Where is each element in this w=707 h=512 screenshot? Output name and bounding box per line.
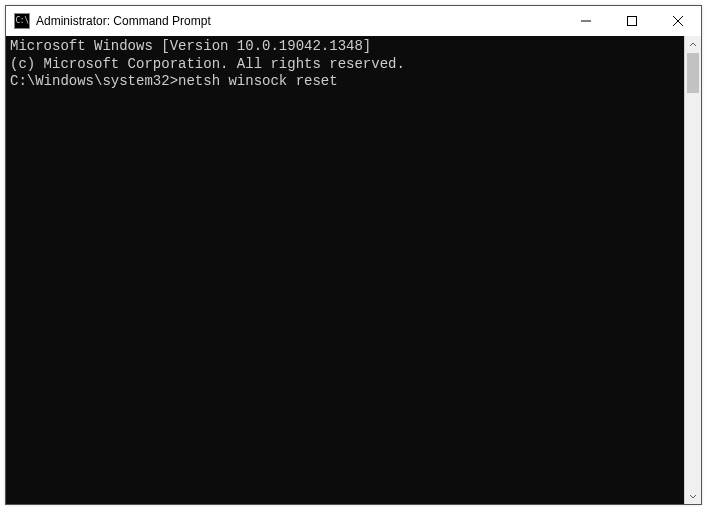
scroll-thumb[interactable] [687, 53, 699, 93]
terminal-prompt: C:\Windows\system32> [10, 73, 178, 89]
terminal-command[interactable]: netsh winsock reset [178, 73, 338, 89]
terminal-line: Microsoft Windows [Version 10.0.19042.13… [10, 38, 684, 56]
command-prompt-window: C:\ Administrator: Command Prompt Micros… [5, 5, 702, 505]
titlebar[interactable]: C:\ Administrator: Command Prompt [6, 6, 701, 36]
cmd-icon: C:\ [14, 13, 30, 29]
window-controls [563, 6, 701, 36]
terminal-line: (c) Microsoft Corporation. All rights re… [10, 56, 684, 74]
minimize-button[interactable] [563, 6, 609, 36]
maximize-button[interactable] [609, 6, 655, 36]
terminal-output[interactable]: Microsoft Windows [Version 10.0.19042.13… [6, 36, 684, 504]
cmd-icon-text: C:\ [16, 17, 29, 25]
terminal-prompt-line: C:\Windows\system32>netsh winsock reset [10, 73, 684, 91]
vertical-scrollbar[interactable] [684, 36, 701, 504]
svg-rect-0 [628, 17, 637, 26]
close-button[interactable] [655, 6, 701, 36]
window-title: Administrator: Command Prompt [36, 14, 563, 28]
scroll-down-arrow[interactable] [685, 487, 701, 504]
window-body: Microsoft Windows [Version 10.0.19042.13… [6, 36, 701, 504]
scroll-up-arrow[interactable] [685, 36, 701, 53]
